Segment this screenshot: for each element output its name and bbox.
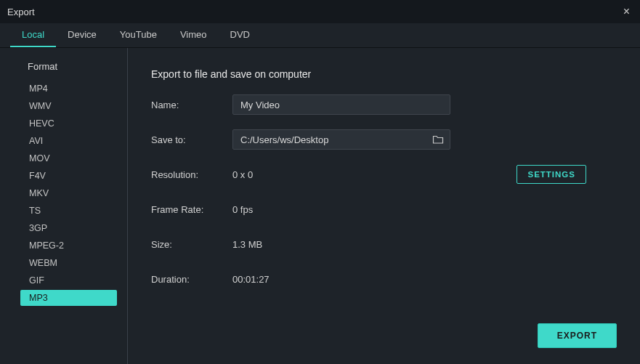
row-frame-rate: Frame Rate: 0 fps xyxy=(151,199,617,219)
tab-device[interactable]: Device xyxy=(56,23,108,47)
folder-icon[interactable] xyxy=(426,134,450,145)
save-to-input[interactable] xyxy=(233,134,426,145)
tab-dvd[interactable]: DVD xyxy=(219,23,262,47)
format-item-hevc[interactable]: HEVC xyxy=(20,116,117,132)
format-item-mp4[interactable]: MP4 xyxy=(20,81,117,97)
panel-heading: Export to file and save on computer xyxy=(151,68,617,80)
name-label: Name: xyxy=(151,100,232,110)
tab-vimeo[interactable]: Vimeo xyxy=(169,23,219,47)
format-item-wmv[interactable]: WMV xyxy=(20,98,117,114)
size-label: Size: xyxy=(151,239,232,250)
format-item-f4v[interactable]: F4V xyxy=(20,168,117,184)
main: Format MP4 WMV HEVC AVI MOV F4V MKV TS 3… xyxy=(0,48,640,364)
content: Export to file and save on computer Name… xyxy=(128,48,640,364)
settings-button[interactable]: SETTINGS xyxy=(517,165,586,184)
row-size: Size: 1.3 MB xyxy=(151,234,617,254)
sidebar-heading: Format xyxy=(28,61,117,72)
duration-label: Duration: xyxy=(151,274,232,285)
tabs: Local Device YouTube Vimeo DVD xyxy=(0,23,640,48)
format-list: MP4 WMV HEVC AVI MOV F4V MKV TS 3GP MPEG… xyxy=(19,81,117,306)
save-to-field xyxy=(232,129,450,150)
footer: EXPORT xyxy=(128,323,640,364)
format-item-mpeg2[interactable]: MPEG-2 xyxy=(20,238,117,254)
window-title: Export xyxy=(7,7,35,17)
size-value: 1.3 MB xyxy=(232,239,262,250)
row-duration: Duration: 00:01:27 xyxy=(151,269,617,289)
row-save-to: Save to: xyxy=(151,129,617,150)
format-item-3gp[interactable]: 3GP xyxy=(20,220,117,236)
format-item-webm[interactable]: WEBM xyxy=(20,255,117,271)
duration-value: 00:01:27 xyxy=(232,274,270,285)
format-item-avi[interactable]: AVI xyxy=(20,133,117,149)
tab-local[interactable]: Local xyxy=(10,23,56,47)
close-icon[interactable]: × xyxy=(620,5,633,18)
frame-rate-label: Frame Rate: xyxy=(151,204,232,215)
save-to-label: Save to: xyxy=(151,134,232,145)
row-name: Name: xyxy=(151,94,617,115)
export-button[interactable]: EXPORT xyxy=(538,323,617,348)
resolution-label: Resolution: xyxy=(151,169,232,180)
format-item-mov[interactable]: MOV xyxy=(20,150,117,166)
format-item-mkv[interactable]: MKV xyxy=(20,185,117,201)
titlebar: Export × xyxy=(0,0,640,23)
format-item-mp3[interactable]: MP3 xyxy=(20,290,117,306)
row-resolution: Resolution: 0 x 0 SETTINGS xyxy=(151,164,617,185)
sidebar: Format MP4 WMV HEVC AVI MOV F4V MKV TS 3… xyxy=(0,48,128,364)
content-body: Export to file and save on computer Name… xyxy=(128,48,640,323)
resolution-value: 0 x 0 xyxy=(232,169,349,180)
tab-youtube[interactable]: YouTube xyxy=(108,23,169,47)
format-item-gif[interactable]: GIF xyxy=(20,272,117,288)
format-item-ts[interactable]: TS xyxy=(20,203,117,219)
frame-rate-value: 0 fps xyxy=(232,204,253,215)
name-input[interactable] xyxy=(232,94,450,115)
